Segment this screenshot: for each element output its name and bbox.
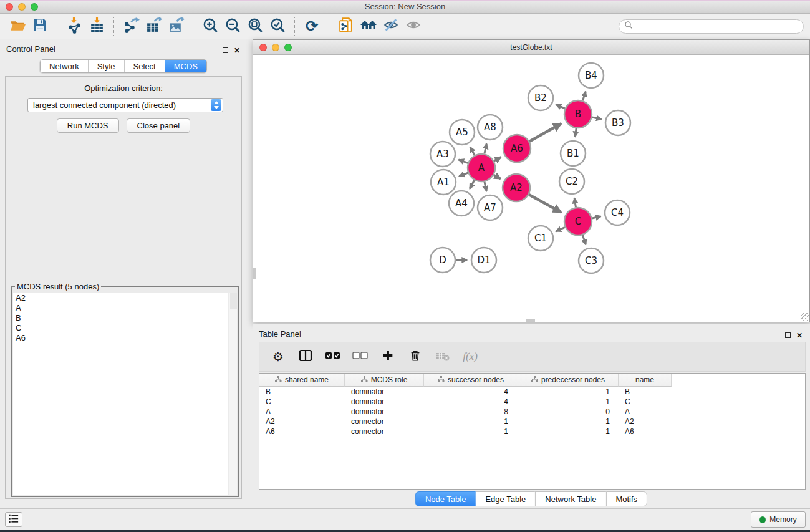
graph-node-A[interactable]: A (468, 154, 495, 181)
graph-node-D[interactable]: D (430, 248, 455, 273)
graph-node-B1[interactable]: B1 (561, 141, 586, 166)
function-builder-button[interactable]: f(x) (461, 348, 479, 365)
graph-node-B3[interactable]: B3 (605, 110, 630, 135)
table-row[interactable]: A6connector11A6 (259, 427, 805, 437)
graph-node-A2[interactable]: A2 (503, 174, 530, 201)
edge-C-C1 (556, 227, 565, 231)
deselect-all-columns-button[interactable] (352, 348, 369, 365)
graph-node-C[interactable]: C (564, 208, 592, 235)
export-network-button[interactable] (120, 16, 142, 37)
column-header-successor-nodes[interactable]: successor nodes (424, 374, 518, 387)
criterion-select[interactable]: largest connected component (directed) (27, 98, 223, 112)
graph-node-A7[interactable]: A7 (478, 195, 503, 220)
column-header-filler (672, 374, 805, 387)
graph-node-A1[interactable]: A1 (431, 170, 456, 195)
float-panel-icon[interactable] (223, 47, 228, 53)
export-image-button[interactable] (165, 16, 187, 37)
zoom-fit-icon (247, 17, 263, 36)
delete-table-icon (435, 348, 450, 365)
svg-text:A5: A5 (456, 127, 468, 138)
svg-text:A2: A2 (510, 182, 523, 193)
graph-node-C2[interactable]: C2 (559, 169, 584, 194)
column-header-predecessor-nodes[interactable]: predecessor nodes (518, 374, 619, 387)
cell-shared-name: C (259, 397, 345, 406)
task-history-button[interactable] (5, 512, 22, 527)
tab-select[interactable]: Select (125, 60, 165, 72)
edge-A-A2 (494, 175, 501, 178)
graph-node-A6[interactable]: A6 (503, 135, 531, 162)
import-network-button[interactable] (63, 16, 85, 37)
graph-node-B4[interactable]: B4 (579, 63, 604, 88)
zoom-out-button[interactable] (221, 16, 244, 37)
export-table-button[interactable] (142, 16, 165, 37)
graph-node-B[interactable]: B (564, 100, 592, 128)
graph-node-C4[interactable]: C4 (605, 200, 630, 225)
toolbar-separator (57, 17, 57, 36)
graph-node-C3[interactable]: C3 (579, 248, 604, 273)
search-field[interactable] (619, 19, 804, 34)
column-header-name[interactable]: name (619, 374, 672, 387)
edge-B-B4 (582, 92, 586, 101)
delete-table-button[interactable] (434, 348, 451, 365)
hide-graphics-details-button[interactable] (380, 16, 402, 37)
graph-node-C1[interactable]: C1 (528, 226, 553, 251)
graph-node-D1[interactable]: D1 (471, 248, 496, 273)
tab-network[interactable]: Network (41, 60, 89, 72)
close-panel-button[interactable]: Close panel (127, 118, 191, 133)
tab-style[interactable]: Style (89, 60, 125, 72)
graph-node-A4[interactable]: A4 (449, 191, 474, 216)
zoom-fit-button[interactable] (244, 16, 266, 37)
show-column-button[interactable] (297, 348, 314, 365)
application-window: Session: New Session (0, 0, 810, 532)
tab-mcds[interactable]: MCDS (165, 60, 206, 72)
refresh-layout-button[interactable]: ⟳ (301, 16, 323, 37)
search-input[interactable] (633, 22, 798, 31)
duplicate-network-button[interactable] (335, 16, 357, 37)
delete-column-button[interactable] (407, 348, 424, 365)
tab-network-table[interactable]: Network Table (535, 491, 605, 506)
close-panel-icon[interactable] (234, 44, 240, 56)
network-canvas[interactable]: AA1A2A3A4A5A6A7A8BB1B2B3B4CC1C2C3C4DD1 (253, 55, 809, 322)
float-table-panel-icon[interactable] (785, 332, 791, 338)
table-row[interactable]: Cdominator41C (259, 397, 805, 407)
show-graphics-details-button[interactable] (402, 16, 425, 37)
select-all-columns-button[interactable] (324, 348, 342, 365)
table-row[interactable]: Bdominator41B (259, 387, 805, 397)
table-row[interactable]: Adominator80A (259, 407, 805, 417)
result-item[interactable]: C (13, 323, 228, 333)
result-scrollbar[interactable] (229, 293, 237, 495)
memory-button[interactable]: Memory (751, 511, 806, 528)
add-column-button[interactable] (379, 348, 397, 365)
column-header-shared-name[interactable]: shared name (259, 374, 345, 387)
home-views-button[interactable] (357, 16, 380, 37)
network-horizontal-scroll-thumb[interactable] (526, 319, 535, 322)
result-item[interactable]: B (13, 313, 228, 323)
zoom-in-button[interactable] (199, 16, 221, 37)
open-session-button[interactable] (6, 16, 29, 37)
double-home-icon (360, 17, 377, 35)
table-settings-button[interactable]: ⚙ (269, 348, 287, 365)
graph-node-A5[interactable]: A5 (450, 120, 475, 145)
svg-text:A1: A1 (437, 177, 450, 188)
status-bar: Memory (0, 508, 810, 530)
tab-motifs[interactable]: Motifs (605, 491, 647, 506)
tab-node-table[interactable]: Node Table (415, 491, 476, 506)
column-header-mcds-role[interactable]: MCDS role (345, 374, 424, 387)
result-item[interactable]: A6 (13, 333, 228, 343)
hierarchy-icon (531, 375, 538, 384)
result-item[interactable]: A (13, 303, 228, 313)
network-vertical-scroll-thumb[interactable] (253, 268, 256, 279)
graph-node-B2[interactable]: B2 (528, 85, 553, 110)
result-item[interactable]: A2 (13, 293, 228, 303)
save-session-button[interactable] (29, 16, 51, 37)
close-table-panel-icon[interactable] (796, 329, 803, 341)
window-resize-grip[interactable] (801, 313, 809, 321)
graph-node-A8[interactable]: A8 (478, 115, 503, 140)
graph-node-A3[interactable]: A3 (430, 142, 455, 167)
run-mcds-button[interactable]: Run MCDS (57, 118, 119, 133)
result-scrollbar-thumb[interactable] (230, 293, 237, 309)
table-row[interactable]: A2connector11A2 (259, 417, 805, 427)
tab-edge-table[interactable]: Edge Table (475, 491, 535, 506)
zoom-selected-button[interactable] (266, 16, 289, 37)
import-table-button[interactable] (85, 16, 108, 37)
